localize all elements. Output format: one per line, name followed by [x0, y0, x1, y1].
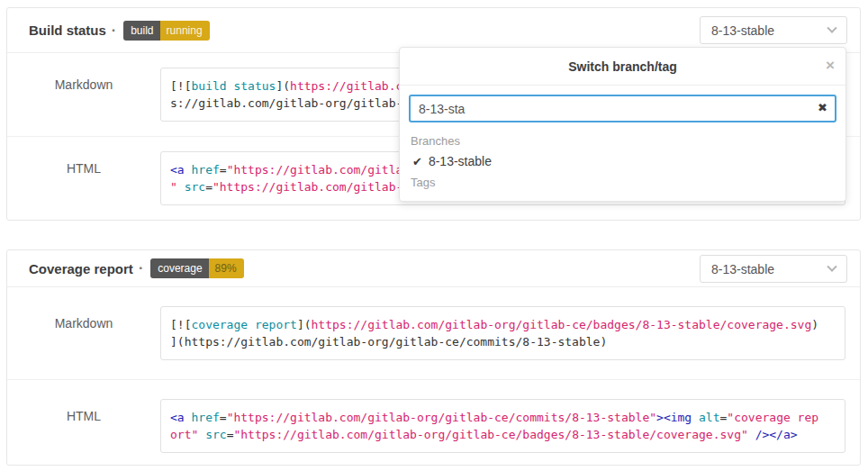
- html-row: HTML <a href="https://gitlab.com/gitlab-…: [7, 379, 860, 471]
- branch-item-label: 8-13-stable: [429, 154, 492, 168]
- badge-label: build: [123, 21, 159, 41]
- branch-select-value: 8-13-stable: [711, 23, 774, 38]
- coverage-badge: coverage 89%: [150, 258, 243, 278]
- title-separator: ·: [139, 260, 143, 276]
- row-label: HTML: [7, 151, 160, 176]
- badge-value: running: [160, 21, 210, 41]
- branch-search-wrap: ✖: [409, 95, 836, 122]
- branch-select-value: 8-13-stable: [711, 262, 774, 276]
- chevron-down-icon: [827, 261, 836, 271]
- check-icon: ✔: [412, 155, 422, 168]
- switch-branch-popup: Switch branch/tag × ✖ Branches ✔ 8-13-st…: [399, 47, 846, 202]
- clear-search-icon[interactable]: ✖: [818, 101, 827, 114]
- row-label: Markdown: [7, 68, 160, 92]
- tags-group-header: Tags: [400, 173, 845, 192]
- markdown-code-coverage[interactable]: [![coverage report](https://gitlab.com/g…: [160, 306, 845, 360]
- row-label: HTML: [7, 399, 160, 423]
- badge-label: coverage: [150, 258, 208, 278]
- popup-title: Switch branch/tag: [568, 59, 677, 74]
- build-status-badge: build running: [123, 21, 209, 41]
- panel-title: Build status: [29, 23, 106, 38]
- branch-select-build[interactable]: 8-13-stable: [700, 16, 847, 44]
- markdown-row: Markdown [![coverage report](https://git…: [7, 287, 860, 379]
- branch-item-8-13-stable[interactable]: ✔ 8-13-stable: [400, 150, 845, 173]
- popup-header: Switch branch/tag ×: [400, 48, 845, 86]
- html-code-coverage[interactable]: <a href="https://gitlab.com/gitlab-org/g…: [160, 399, 845, 453]
- branch-search-input[interactable]: [409, 95, 836, 122]
- close-icon[interactable]: ×: [826, 55, 835, 77]
- badge-value: 89%: [209, 258, 244, 278]
- title-separator: ·: [112, 23, 116, 39]
- row-label: Markdown: [7, 306, 160, 331]
- panel-title: Coverage report: [29, 261, 133, 276]
- branch-select-coverage[interactable]: 8-13-stable: [700, 255, 847, 283]
- coverage-report-header: Coverage report · coverage 89% 8-13-stab…: [7, 250, 860, 287]
- chevron-down-icon: [827, 23, 836, 32]
- coverage-report-panel: Coverage report · coverage 89% 8-13-stab…: [6, 249, 861, 466]
- branches-group-header: Branches: [400, 131, 845, 150]
